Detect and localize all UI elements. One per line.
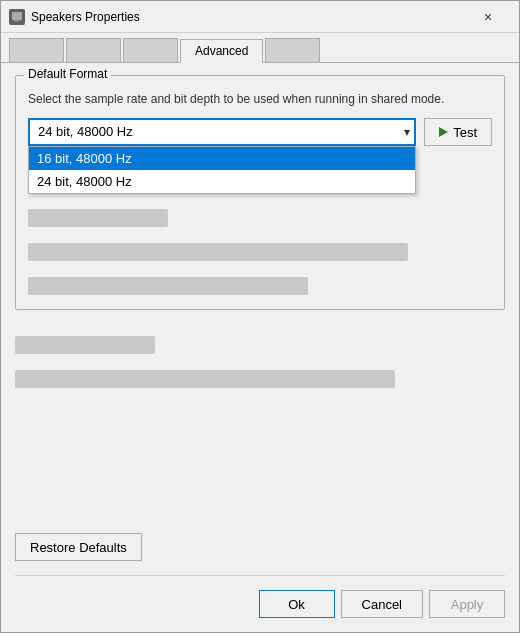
close-button[interactable]: × — [465, 1, 511, 33]
placeholder-bar-4 — [15, 336, 155, 354]
restore-defaults-button[interactable]: Restore Defaults — [15, 533, 142, 561]
tab-3[interactable] — [123, 38, 178, 62]
tab-5[interactable] — [265, 38, 320, 62]
title-bar: Speakers Properties × — [1, 1, 519, 33]
cancel-button[interactable]: Cancel — [341, 590, 423, 618]
content-area: Default Format Select the sample rate an… — [1, 63, 519, 533]
tab-2[interactable] — [66, 38, 121, 62]
bottom-section: Restore Defaults Ok Cancel Apply — [1, 533, 519, 632]
format-dropdown[interactable]: 24 bit, 48000 Hz — [28, 118, 416, 146]
dropdown-option-24bit[interactable]: 24 bit, 48000 Hz — [29, 170, 415, 193]
play-icon — [439, 127, 448, 137]
tab-advanced[interactable]: Advanced — [180, 39, 263, 63]
placeholder-bar-2 — [28, 243, 408, 261]
second-group-placeholders — [15, 328, 505, 388]
tab-1[interactable] — [9, 38, 64, 62]
dropdown-container: 24 bit, 48000 Hz ▾ 16 bit, 48000 Hz 24 b… — [28, 118, 416, 146]
default-format-group: Default Format Select the sample rate an… — [15, 75, 505, 310]
placeholder-bar-5 — [15, 370, 395, 388]
apply-button[interactable]: Apply — [429, 590, 505, 618]
placeholder-bar-1 — [28, 209, 168, 227]
group-box-title: Default Format — [24, 67, 111, 81]
svg-rect-2 — [15, 21, 19, 22]
dropdown-row: 24 bit, 48000 Hz ▾ 16 bit, 48000 Hz 24 b… — [28, 118, 492, 146]
svg-rect-1 — [13, 20, 21, 21]
window-title: Speakers Properties — [31, 10, 465, 24]
window: Speakers Properties × Advanced Default F… — [0, 0, 520, 633]
window-icon — [9, 9, 25, 25]
dialog-buttons: Ok Cancel Apply — [15, 575, 505, 618]
group-description: Select the sample rate and bit depth to … — [28, 90, 492, 108]
test-button[interactable]: Test — [424, 118, 492, 146]
hidden-content-placeholders — [28, 201, 492, 295]
ok-button[interactable]: Ok — [259, 590, 335, 618]
placeholder-bar-3 — [28, 277, 308, 295]
svg-rect-0 — [12, 12, 22, 20]
dropdown-option-16bit[interactable]: 16 bit, 48000 Hz — [29, 147, 415, 170]
dropdown-list: 16 bit, 48000 Hz 24 bit, 48000 Hz — [28, 146, 416, 194]
tabs-bar: Advanced — [1, 33, 519, 63]
